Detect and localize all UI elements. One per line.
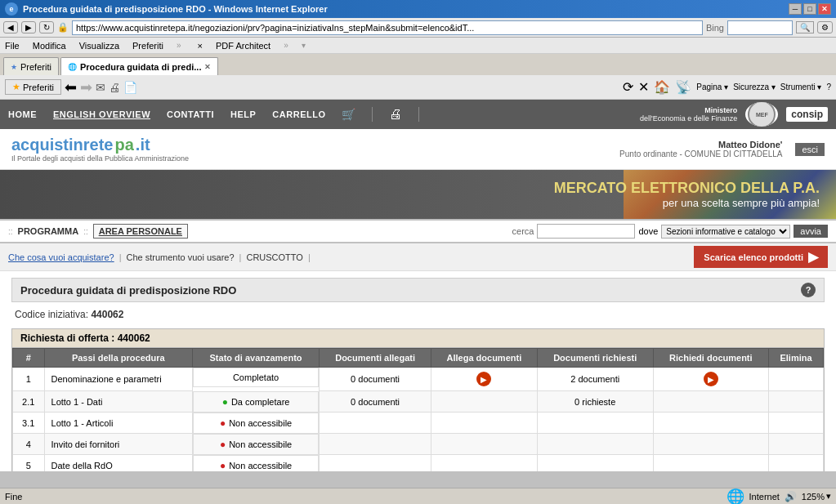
address-bar: ◀ ▶ ↻ 🔒 Bing 🔍 ⚙ [0,18,836,38]
maximize-button[interactable]: □ [803,3,816,15]
col-num: # [13,349,45,368]
cell-richiedi [653,434,768,455]
table-header: Richiesta di offerta : 440062 [12,329,824,348]
cell-elimina [769,413,824,434]
help-icon[interactable]: ? [801,283,816,297]
status-dot-icon: ● [220,460,226,471]
user-section: Matteo Didone' Punto ordinante - COMUNE … [619,140,825,158]
logo-section: Ministero dell'Economia e delle Finanze … [640,102,828,127]
refresh-toolbar-icon[interactable]: ⟳ [623,79,633,95]
cell-status: ●Da completare [193,391,319,413]
cell-step: Date della RdO [44,455,192,472]
cell-num: 2.1 [13,391,45,413]
where-select[interactable]: Sezioni informative e catalogo [661,225,790,239]
settings-button[interactable]: ⚙ [817,21,833,33]
sub-nav-cruscotto[interactable]: CRUSCOTTO [246,252,302,262]
tab-close-icon[interactable]: ✕ [204,63,211,71]
tools-menu-button[interactable]: Strumenti ▾ [780,83,822,91]
bing-search-button[interactable]: 🔍 [796,21,814,33]
nav-home[interactable]: HOME [8,109,37,119]
allega-button[interactable]: ▶ [476,372,491,386]
codice-row: Codice iniziativa: 440062 [11,309,825,320]
modifica-menu[interactable]: Modifica [33,41,66,51]
cell-num: 1 [13,368,45,391]
tab-preferiti-label: Preferiti [20,62,51,72]
forward-icon[interactable]: ➡ [80,78,92,96]
mail-icon[interactable]: ✉ [96,81,105,94]
file-menu[interactable]: File [5,41,20,51]
download-products-button[interactable]: Scarica elenco prodotti ▶ [694,246,828,268]
menu-bar: File Modifica Visualizza Preferiti » × P… [0,38,836,54]
pdf-architect-menu[interactable]: PDF Architect [216,41,270,51]
search-input[interactable] [537,224,635,239]
codice-value: 440062 [91,309,123,320]
security-menu-button[interactable]: Sicurezza ▾ [733,83,776,91]
sub-nav-strumento[interactable]: Che strumento vuoi usare? [127,252,235,262]
area-personale-tab[interactable]: AREA PERSONALE [93,224,188,239]
ie-icon: e [5,2,18,16]
cell-elimina [769,455,824,472]
cell-docs-allegati: 0 documenti [320,368,431,391]
cell-richiedi: ▶ [653,368,768,391]
col-allega: Allega documenti [431,349,538,368]
banner: MERCATO ELETTRONICO DELLA P.A. per una s… [0,170,836,219]
cell-docs-richiesti [537,434,653,455]
back-icon[interactable]: ⬅ [65,78,77,96]
richiedi-button[interactable]: ▶ [704,372,718,386]
favorites-button[interactable]: ★ Preferiti [5,79,61,95]
avvia-button[interactable]: avvia [794,225,828,238]
back-nav-button[interactable]: ◀ [3,21,18,33]
cell-step: Lotto 1 - Dati [44,391,192,413]
forward-nav-button[interactable]: ▶ [21,21,36,33]
cell-docs-richiesti [537,413,653,434]
help-toolbar-icon[interactable]: ? [826,83,831,91]
rss-icon[interactable]: 📡 [675,79,691,95]
home-toolbar-icon[interactable]: 🏠 [654,79,670,95]
rdo-table-container: Richiesta di offerta : 440062 # Passi de… [11,328,825,471]
cell-num: 4 [13,434,45,455]
download-arrow-icon: ▶ [808,249,818,265]
cell-status: Completato [193,368,319,387]
stop-icon[interactable]: ✕ [638,79,649,95]
cell-docs-allegati: 0 documenti [320,391,431,413]
cell-step: Lotto 1 - Articoli [44,413,192,434]
close-menu[interactable]: × [198,41,203,51]
cell-num: 5 [13,455,45,472]
tab-preferiti[interactable]: ★ Preferiti [3,57,59,75]
tab-ie-icon: 🌐 [68,63,77,71]
table-row: 2.1Lotto 1 - Dati●Da completare0 documen… [13,391,824,413]
page-menu-button[interactable]: Pagina ▾ [696,83,728,91]
print-toolbar-icon[interactable]: 🖨 [109,81,120,94]
sub-nav-sep1: | [119,252,122,262]
site-navigation: HOME ENGLISH OVERVIEW CONTATTI HELP CARR… [0,100,836,129]
address-field[interactable] [72,20,703,35]
cell-step: Invito dei fornitori [44,434,192,455]
cell-docs-richiesti: 0 richieste [537,391,653,413]
exit-button[interactable]: esci [795,143,825,156]
download-label: Scarica elenco prodotti [704,252,803,262]
zoom-dropdown-icon[interactable]: ▾ [826,491,831,502]
minimize-button[interactable]: ─ [789,3,802,15]
cell-elimina [769,391,824,413]
refresh-button[interactable]: ↻ [39,21,54,33]
volume-icon: 🔊 [785,491,797,502]
nav-carrello[interactable]: CARRELLO [272,109,325,119]
sub-nav-sep3: | [308,252,311,262]
sub-nav-acquistare[interactable]: Che cosa vuoi acquistare? [8,252,114,262]
pdf-dropdown[interactable]: ▾ [302,41,306,50]
status-text: Completato [233,372,279,382]
preferiti-menu[interactable]: Preferiti [132,41,163,51]
page-toolbar-icon[interactable]: 📄 [123,81,137,94]
close-button[interactable]: ✕ [818,3,831,15]
nav-contatti[interactable]: CONTATTI [167,109,214,119]
printer-icon[interactable]: 🖨 [389,107,402,122]
nav-english[interactable]: ENGLISH OVERVIEW [53,109,150,119]
visualizza-menu[interactable]: Visualizza [79,41,119,51]
programma-tab[interactable]: PROGRAMMA [18,226,79,236]
bing-search-input[interactable] [727,20,793,35]
search-bar: cerca dove Sezioni informative e catalog… [512,224,828,239]
nav-help[interactable]: HELP [230,109,256,119]
cell-docs-richiesti [537,455,653,472]
tab-procedura[interactable]: 🌐 Procedura guidata di predi... ✕ [60,57,219,75]
col-elimina: Elimina [769,349,824,368]
